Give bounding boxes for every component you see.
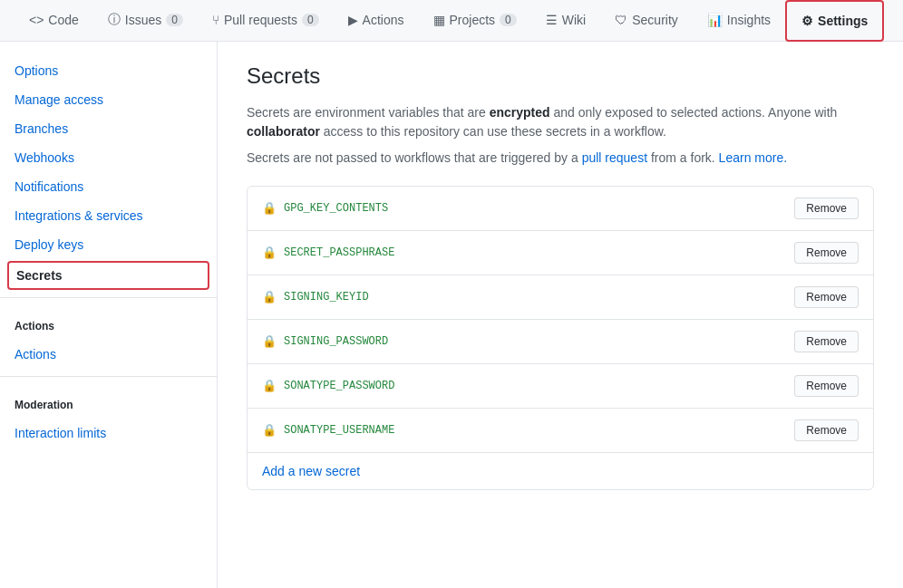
add-secret-link[interactable]: Add a new secret — [248, 452, 873, 489]
sidebar-item-actions[interactable]: Actions — [0, 340, 217, 369]
sidebar-item-deploy-keys[interactable]: Deploy keys — [0, 230, 217, 259]
nav-pull-requests[interactable]: ⑂ Pull requests 0 — [198, 0, 334, 42]
sidebar-section-moderation-header: Moderation — [0, 384, 217, 419]
actions-icon: ▶ — [348, 13, 358, 27]
learn-more-link[interactable]: Learn more. — [719, 150, 787, 165]
lock-icon: 🔒 — [262, 201, 277, 216]
table-row: 🔒 SIGNING_PASSWORD Remove — [248, 320, 873, 364]
settings-icon: ⚙ — [801, 14, 813, 28]
table-row: 🔒 GPG_KEY_CONTENTS Remove — [248, 187, 873, 231]
description-2: Secrets are not passed to workflows that… — [247, 149, 874, 168]
insights-icon: 📊 — [707, 13, 723, 27]
remove-button[interactable]: Remove — [794, 198, 859, 219]
sidebar-item-options[interactable]: Options — [0, 56, 217, 85]
nav-security[interactable]: 🛡 Security — [600, 0, 693, 42]
table-row: 🔒 SIGNING_KEYID Remove — [248, 275, 873, 320]
sidebar-divider-2 — [0, 376, 217, 377]
nav-settings[interactable]: ⚙ Settings — [785, 0, 884, 42]
lock-icon: 🔒 — [262, 246, 277, 260]
issues-icon: ⓘ — [108, 12, 121, 28]
secrets-list: 🔒 GPG_KEY_CONTENTS Remove 🔒 SECRET_PASSP… — [248, 187, 873, 452]
nav-actions[interactable]: ▶ Actions — [334, 0, 419, 42]
remove-button[interactable]: Remove — [794, 286, 859, 308]
layout: Options Manage access Branches Webhooks … — [0, 42, 903, 588]
remove-button[interactable]: Remove — [794, 419, 859, 441]
secret-name: 🔒 SECRET_PASSPHRASE — [262, 246, 394, 260]
pull-request-link[interactable]: pull request — [582, 150, 647, 165]
pull-requests-icon: ⑂ — [212, 13, 219, 27]
secret-name: 🔒 GPG_KEY_CONTENTS — [262, 201, 388, 216]
issues-badge: 0 — [166, 14, 183, 26]
sidebar-item-interaction-limits[interactable]: Interaction limits — [0, 419, 217, 448]
nav-projects[interactable]: ▦ Projects 0 — [419, 0, 531, 42]
sidebar-item-webhooks[interactable]: Webhooks — [0, 143, 217, 172]
remove-button[interactable]: Remove — [794, 242, 859, 264]
projects-icon: ▦ — [433, 13, 445, 27]
projects-badge: 0 — [500, 14, 517, 26]
nav-issues[interactable]: ⓘ Issues 0 — [93, 0, 198, 42]
remove-button[interactable]: Remove — [794, 375, 859, 397]
table-row: 🔒 SONATYPE_USERNAME Remove — [248, 409, 873, 452]
remove-button[interactable]: Remove — [794, 331, 859, 352]
table-row: 🔒 SECRET_PASSPHRASE Remove — [248, 231, 873, 275]
sidebar-divider-1 — [0, 297, 217, 298]
table-row: 🔒 SONATYPE_PASSWORD Remove — [248, 364, 873, 409]
secret-name: 🔒 SIGNING_KEYID — [262, 290, 369, 304]
security-icon: 🛡 — [615, 13, 627, 27]
nav-code[interactable]: <> Code — [15, 0, 93, 42]
description-1: Secrets are environment variables that a… — [247, 103, 874, 141]
pull-requests-badge: 0 — [302, 14, 319, 26]
secret-name: 🔒 SONATYPE_PASSWORD — [262, 379, 394, 393]
wiki-icon: ☰ — [546, 13, 558, 27]
lock-icon: 🔒 — [262, 423, 277, 438]
lock-icon: 🔒 — [262, 379, 277, 393]
sidebar-section-actions-header: Actions — [0, 305, 217, 340]
nav-insights[interactable]: 📊 Insights — [693, 0, 785, 42]
secret-name: 🔒 SIGNING_PASSWORD — [262, 334, 388, 349]
top-nav: <> Code ⓘ Issues 0 ⑂ Pull requests 0 ▶ A… — [0, 0, 903, 42]
page-title: Secrets — [247, 63, 874, 89]
lock-icon: 🔒 — [262, 290, 277, 304]
code-icon: <> — [29, 13, 44, 27]
sidebar-item-notifications[interactable]: Notifications — [0, 172, 217, 201]
sidebar-item-branches[interactable]: Branches — [0, 114, 217, 143]
sidebar-item-integrations-services[interactable]: Integrations & services — [0, 201, 217, 230]
nav-wiki[interactable]: ☰ Wiki — [531, 0, 600, 42]
main-content: Secrets Secrets are environment variable… — [218, 42, 903, 588]
secrets-container: 🔒 GPG_KEY_CONTENTS Remove 🔒 SECRET_PASSP… — [247, 186, 874, 490]
lock-icon: 🔒 — [262, 334, 277, 349]
sidebar: Options Manage access Branches Webhooks … — [0, 42, 218, 588]
secret-name: 🔒 SONATYPE_USERNAME — [262, 423, 394, 438]
sidebar-item-secrets[interactable]: Secrets — [7, 261, 209, 290]
sidebar-item-manage-access[interactable]: Manage access — [0, 85, 217, 114]
